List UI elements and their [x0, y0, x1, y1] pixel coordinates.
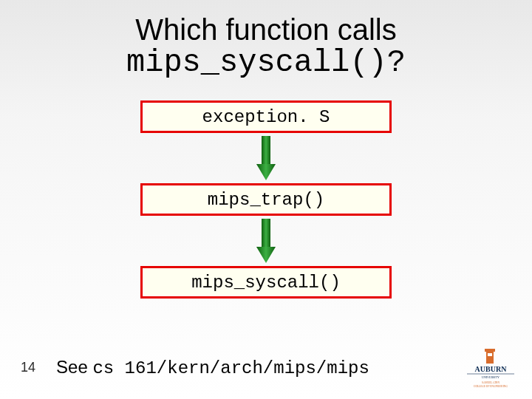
footer: 14 See cs 161/kern/arch/mips/mips [0, 357, 532, 378]
svg-marker-3 [256, 247, 276, 263]
title-line2: mips_syscall()? [0, 46, 532, 80]
svg-marker-1 [256, 164, 276, 180]
flow-box-label: mips_syscall() [191, 273, 341, 293]
svg-rect-2 [262, 219, 270, 248]
logo-sub3: COLLEGE OF ENGINEERING [474, 385, 508, 388]
see-prefix: See [56, 357, 92, 377]
see-path: cs 161/kern/arch/mips/mips [92, 358, 369, 378]
flow-box-exception: exception. S [140, 100, 392, 133]
see-text: See cs 161/kern/arch/mips/mips [56, 357, 517, 378]
svg-rect-4 [486, 350, 494, 364]
logo-name: AUBURN [475, 365, 508, 373]
flow-box-trap: mips_trap() [140, 183, 392, 216]
flow-box-syscall: mips_syscall() [140, 266, 392, 299]
svg-rect-0 [262, 136, 270, 166]
slide-title: Which function calls mips_syscall()? [0, 0, 532, 80]
svg-rect-5 [485, 349, 495, 352]
svg-rect-6 [488, 353, 492, 356]
logo-sub2: SAMUEL GINN [482, 381, 499, 384]
slide-number: 14 [21, 360, 35, 375]
logo-sub1: UNIVERSITY [482, 375, 499, 379]
flow-box-label: mips_trap() [208, 190, 324, 210]
title-line1: Which function calls [0, 13, 532, 46]
flow-diagram: exception. S mips_trap() [0, 100, 532, 299]
arrow-down-icon [255, 219, 277, 263]
flow-box-label: exception. S [202, 107, 330, 127]
arrow-down-icon [255, 136, 277, 180]
auburn-logo: AUBURN UNIVERSITY SAMUEL GINN COLLEGE OF… [461, 349, 520, 389]
